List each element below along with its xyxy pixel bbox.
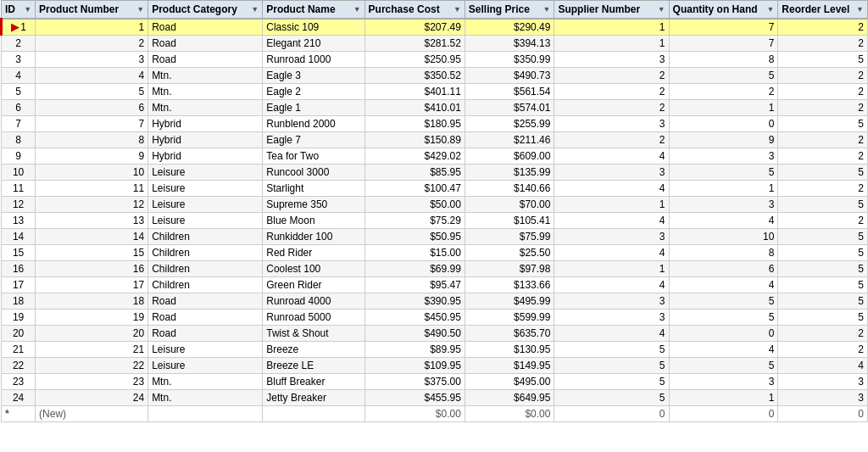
- cell-product-category: Leisure: [148, 358, 263, 374]
- col-header-product-category[interactable]: Product Category ▼: [148, 1, 263, 20]
- cell-purchase-cost: $109.95: [364, 358, 465, 374]
- cell-id: 19: [2, 310, 36, 326]
- cell-id: ▶1: [2, 19, 36, 36]
- cell-product-name: Runblend 2000: [263, 116, 364, 132]
- cell-product-name: Elegant 210: [263, 36, 364, 52]
- cell-product-number: 14: [36, 229, 148, 245]
- table-row[interactable]: 2424Mtn.Jetty Breaker$455.95$649.95513: [2, 390, 868, 406]
- cell-quantity-on-hand: 4: [669, 342, 778, 358]
- cell-quantity-on-hand: 0: [669, 326, 778, 342]
- cell-quantity-on-hand: 1: [669, 100, 778, 116]
- new-record-row[interactable]: *(New)$0.00$0.00000: [2, 406, 868, 422]
- cell-selling-price: $490.73: [465, 68, 554, 84]
- cell-selling-price: $574.01: [465, 100, 554, 116]
- col-header-id[interactable]: ID ▼: [2, 1, 36, 20]
- cell-product-category: Leisure: [148, 197, 263, 213]
- table-row[interactable]: 22RoadElegant 210$281.52$394.13172: [2, 36, 868, 52]
- cell-product-number: 17: [36, 277, 148, 293]
- cell-reorder-level: 3: [778, 374, 868, 390]
- table-row[interactable]: ▶11RoadClassic 109$207.49$290.49172: [2, 19, 868, 36]
- cell-product-category: Hybrid: [148, 148, 263, 165]
- cell-reorder-level: 5: [778, 277, 868, 293]
- cell-product-number: 21: [36, 342, 148, 358]
- cell-reorder-level: 2: [778, 342, 868, 358]
- table-row[interactable]: 1818RoadRunroad 4000$390.95$495.99355: [2, 293, 868, 310]
- cell-supplier-number: 1: [554, 197, 669, 213]
- cell-supplier-number: 3: [554, 293, 669, 310]
- cell-product-name: Eagle 7: [263, 132, 364, 148]
- cell-id: 11: [2, 181, 36, 197]
- cell-selling-price: $649.95: [465, 390, 554, 406]
- cell-product-category: Mtn.: [148, 100, 263, 116]
- table-row[interactable]: 1717ChildrenGreen Rider$95.47$133.66445: [2, 277, 868, 293]
- table-row[interactable]: 1010LeisureRuncool 3000$85.95$135.99355: [2, 165, 868, 181]
- cell-purchase-cost: $50.95: [364, 229, 465, 245]
- table-row[interactable]: 88HybridEagle 7$150.89$211.46292: [2, 132, 868, 148]
- cell-quantity-on-hand: 8: [669, 52, 778, 68]
- cell-product-name: Classic 109: [263, 19, 364, 36]
- cell-supplier-number: 2: [554, 132, 669, 148]
- cell-reorder-level: 2: [778, 181, 868, 197]
- table-row[interactable]: 1616ChildrenCoolest 100$69.99$97.98165: [2, 261, 868, 277]
- cell-purchase-cost: $85.95: [364, 165, 465, 181]
- table-row[interactable]: 2020RoadTwist & Shout$490.50$635.70402: [2, 326, 868, 342]
- col-header-product-number[interactable]: Product Number ▼: [36, 1, 148, 20]
- cell-reorder-level: 5: [778, 293, 868, 310]
- col-header-supplier-number[interactable]: Supplier Number ▼: [554, 1, 669, 20]
- cell-selling-price: $75.99: [465, 229, 554, 245]
- cell-supplier-number: 2: [554, 68, 669, 84]
- cell-reorder-level: 2: [778, 84, 868, 100]
- cell-id: 2: [2, 36, 36, 52]
- table-row[interactable]: 1111LeisureStarlight$100.47$140.66412: [2, 181, 868, 197]
- sort-icon-product-number: ▼: [136, 5, 144, 14]
- table-row[interactable]: 2323Mtn.Bluff Breaker$375.00$495.00533: [2, 374, 868, 390]
- cell-id: 20: [2, 326, 36, 342]
- cell-product-name: Red Rider: [263, 245, 364, 261]
- cell-purchase-cost: $180.95: [364, 116, 465, 132]
- cell-supplier-number: 1: [554, 261, 669, 277]
- cell-product-number: 3: [36, 52, 148, 68]
- cell-purchase-cost: $490.50: [364, 326, 465, 342]
- cell-id: 23: [2, 374, 36, 390]
- table-row[interactable]: 2222LeisureBreeze LE$109.95$149.95554: [2, 358, 868, 374]
- cell-product-category: Leisure: [148, 181, 263, 197]
- table-row[interactable]: 2121LeisureBreeze$89.95$130.95542: [2, 342, 868, 358]
- table-row[interactable]: 1919RoadRunroad 5000$450.95$599.99355: [2, 310, 868, 326]
- col-header-product-name[interactable]: Product Name ▼: [263, 1, 364, 20]
- cell-purchase-cost: $429.02: [364, 148, 465, 165]
- table-row[interactable]: 1313LeisureBlue Moon$75.29$105.41442: [2, 213, 868, 229]
- table-row[interactable]: 1515ChildrenRed Rider$15.00$25.50485: [2, 245, 868, 261]
- cell-selling-price: $561.54: [465, 84, 554, 100]
- cell-id: 6: [2, 100, 36, 116]
- cell-reorder-level: 5: [778, 197, 868, 213]
- cell-product-number: 23: [36, 374, 148, 390]
- cell-purchase-cost: $75.29: [364, 213, 465, 229]
- cell-selling-price: $105.41: [465, 213, 554, 229]
- col-header-quantity-on-hand[interactable]: Quantity on Hand ▼: [669, 1, 778, 20]
- table-row[interactable]: 1414ChildrenRunkidder 100$50.95$75.99310…: [2, 229, 868, 245]
- cell-id: 21: [2, 342, 36, 358]
- table-row[interactable]: 77HybridRunblend 2000$180.95$255.99305: [2, 116, 868, 132]
- cell-quantity-on-hand: 3: [669, 374, 778, 390]
- table-row[interactable]: 1212LeisureSupreme 350$50.00$70.00135: [2, 197, 868, 213]
- table-row[interactable]: 55Mtn.Eagle 2$401.11$561.54222: [2, 84, 868, 100]
- table-row[interactable]: 99HybridTea for Two$429.02$609.00432: [2, 148, 868, 165]
- col-header-reorder-level[interactable]: Reorder Level ▼: [778, 1, 868, 20]
- cell-reorder-level: 5: [778, 116, 868, 132]
- cell-product-name: Breeze: [263, 342, 364, 358]
- col-header-purchase-cost[interactable]: Purchase Cost ▼: [364, 1, 465, 20]
- col-header-selling-price[interactable]: Selling Price ▼: [465, 1, 554, 20]
- table-row[interactable]: 66Mtn.Eagle 1$410.01$574.01212: [2, 100, 868, 116]
- cell-quantity-on-hand: 10: [669, 229, 778, 245]
- cell-selling-price: $495.99: [465, 293, 554, 310]
- table-row[interactable]: 33RoadRunroad 1000$250.95$350.99385: [2, 52, 868, 68]
- cell-product-number: 24: [36, 390, 148, 406]
- cell-product-category: Road: [148, 36, 263, 52]
- cell-product-category: Children: [148, 277, 263, 293]
- sort-icon-selling-price: ▼: [543, 5, 551, 14]
- table-row[interactable]: 44Mtn.Eagle 3$350.52$490.73252: [2, 68, 868, 84]
- cell-supplier-number: 3: [554, 116, 669, 132]
- cell-product-category: Children: [148, 245, 263, 261]
- cell-product-category: Children: [148, 261, 263, 277]
- cell-selling-price: $211.46: [465, 132, 554, 148]
